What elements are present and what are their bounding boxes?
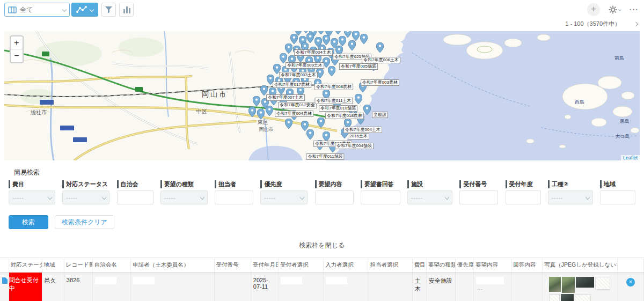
marker-tooltip: 2016土木 [348, 133, 369, 140]
close-search-link[interactable]: 検索枠を閉じる [9, 241, 635, 250]
field-label-person-in-charge: 担当者 [215, 180, 253, 188]
photo-thumbnail[interactable] [549, 294, 560, 301]
field-label-request-reply: 要望書回答 [361, 180, 400, 188]
photo-thumbnail[interactable] [562, 277, 575, 293]
field-request-type-select[interactable]: ----- [160, 190, 208, 204]
column-header-10[interactable]: 担当者選択 [368, 258, 412, 273]
table-body: 問合せ受付中邑久38262025-07-11土木安全施設…× [0, 273, 644, 301]
field-label-work-type: 工種② [548, 180, 593, 188]
zoom-in-button[interactable]: + [11, 36, 23, 49]
cell-11: 土木 [412, 273, 426, 301]
chevron-down-icon [90, 8, 94, 12]
map-overlay: 総社市岡山市中区東区岡山市前島西島黒島大コ島令和7年度004土木令和7年度025… [4, 31, 640, 160]
field-label-facility: 施設 [407, 180, 452, 188]
cell-2: 邑久 [42, 273, 64, 301]
column-header-12[interactable]: 要望の種類 [426, 258, 455, 273]
next-page-icon[interactable] [634, 21, 638, 26]
map-marker-icon[interactable] [348, 40, 356, 53]
search-panel: 簡易検索 費目-----対応ステータス-----自治会要望の種類-----担当者… [0, 168, 644, 250]
clear-search-button[interactable]: 検索条件クリア [55, 215, 114, 229]
chart-view-button[interactable] [71, 3, 98, 17]
column-header-3[interactable]: レコード番号 [64, 258, 92, 273]
field-facility-placeholder: ----- [411, 195, 445, 201]
cell-1: 問合せ受付中 [9, 273, 42, 301]
column-header-14[interactable]: 要望内容 [473, 258, 511, 273]
map-attribution[interactable]: Leaflet [621, 155, 640, 160]
table-view-icon [8, 6, 17, 13]
field-neighborhood-association-input[interactable] [117, 190, 153, 204]
map-marker-icon[interactable] [360, 34, 368, 46]
column-header-11[interactable]: 費目 [412, 258, 426, 273]
column-header-2[interactable]: 地域 [42, 258, 64, 273]
map-marker-icon[interactable] [317, 118, 325, 130]
app-root: 全て + ··· 1 - 100（3570件中） [0, 0, 644, 301]
column-header-9[interactable]: 入力者選択 [324, 258, 368, 273]
field-request-reply-input[interactable] [361, 190, 400, 204]
column-header-5[interactable]: 申請者（土木委員名） [131, 258, 214, 273]
map-marker-icon[interactable] [306, 129, 314, 142]
photo-thumbnails [545, 277, 614, 301]
map-marker-icon[interactable] [328, 66, 335, 78]
redacted-value [281, 277, 302, 284]
field-response-status-placeholder: ----- [66, 195, 103, 201]
column-header-16[interactable]: 写真（JPEGしか登録しないでください） [543, 258, 617, 273]
marker-tooltip: 令和7年度011土木 [314, 98, 353, 104]
map-marker-icon[interactable] [257, 109, 265, 121]
column-header-7[interactable]: 受付年月日 [251, 258, 278, 273]
view-selector-dropdown[interactable]: 全て [4, 3, 70, 17]
photo-thumbnail[interactable] [561, 294, 574, 301]
close-icon[interactable]: × [626, 278, 635, 287]
map-marker-icon[interactable] [248, 107, 256, 119]
more-options-button[interactable]: ··· [630, 5, 639, 14]
cell-5 [131, 273, 214, 301]
map-marker-icon[interactable] [376, 42, 384, 55]
photo-thumbnail[interactable] [595, 277, 610, 290]
photo-thumbnail[interactable] [549, 277, 561, 292]
column-header-4[interactable]: 自治会名 [92, 258, 130, 273]
add-record-button[interactable]: + [587, 3, 600, 16]
field-expense-item-select[interactable]: ----- [9, 190, 55, 204]
column-header-17[interactable] [617, 258, 643, 273]
column-header-0[interactable] [0, 258, 9, 273]
column-header-6[interactable]: 受付番号 [214, 258, 251, 273]
field-person-in-charge-input[interactable] [215, 190, 253, 204]
settings-button[interactable] [609, 5, 621, 14]
photo-thumbnail[interactable] [575, 294, 591, 301]
photo-thumbnail[interactable] [576, 277, 594, 288]
marker-tooltip: 全般設 [372, 112, 388, 118]
field-reception-year-input[interactable] [506, 190, 541, 204]
field-response-status-select[interactable]: ----- [62, 190, 109, 204]
search-field-facility: 施設----- [407, 180, 452, 204]
search-field-priority: 優先度----- [260, 180, 308, 204]
column-header-13[interactable]: 優先度 [455, 258, 473, 273]
aggregate-button[interactable] [119, 3, 134, 17]
field-facility-select[interactable]: ----- [407, 190, 452, 204]
field-request-content-input[interactable] [315, 190, 354, 204]
ellipsis-text: … [477, 285, 482, 291]
redacted-value [326, 277, 347, 284]
field-area-input[interactable] [600, 190, 635, 204]
cell-4 [92, 273, 130, 301]
field-priority-select[interactable]: ----- [260, 190, 308, 204]
map-marker-icon[interactable] [363, 105, 371, 117]
record-detail-icon[interactable] [2, 277, 8, 284]
field-reception-number-input[interactable] [459, 190, 498, 204]
column-header-8[interactable]: 受付者選択 [278, 258, 323, 273]
filter-button[interactable] [101, 3, 116, 17]
table-row[interactable]: 問合せ受付中邑久38262025-07-11土木安全施設…× [0, 273, 644, 301]
map-marker-icon[interactable] [266, 106, 273, 118]
cell-6 [214, 273, 251, 301]
zoom-out-button[interactable]: − [11, 49, 23, 62]
column-header-15[interactable]: 回答内容 [511, 258, 543, 273]
map-marker-icon[interactable] [355, 94, 362, 106]
marker-tooltip: 令和7年度004土木 [294, 49, 333, 56]
chevron-down-icon [48, 195, 52, 200]
column-header-1[interactable]: 対応ステータス [9, 258, 42, 273]
field-label-priority: 優先度 [260, 180, 308, 188]
search-button[interactable]: 検索 [9, 215, 48, 229]
plus-icon: + [591, 4, 596, 14]
field-work-type-select[interactable]: ----- [548, 190, 593, 204]
map-marker-icon[interactable] [285, 119, 292, 131]
marker-tooltip: 令和7年度011舗装 [306, 153, 344, 160]
map[interactable]: 総社市岡山市中区東区岡山市前島西島黒島大コ島令和7年度004土木令和7年度025… [4, 31, 640, 160]
